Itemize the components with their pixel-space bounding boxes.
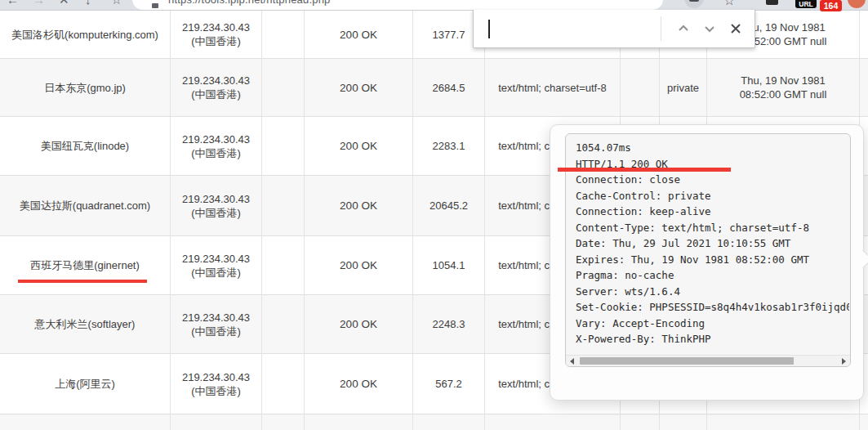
camera-glyph	[689, 0, 699, 2]
camera-icon[interactable]	[684, 0, 704, 8]
time-cell[interactable]	[413, 414, 485, 430]
address-bar[interactable]: https://tools.ipip.net/httphead.php	[132, 0, 663, 10]
header-line: Vary: Accept-Encoding	[576, 316, 849, 332]
gap-cell	[621, 414, 660, 430]
gap-cell	[621, 59, 660, 116]
ip-value: 219.234.30.43 (中国香港)	[174, 192, 259, 220]
lock-icon	[152, 3, 158, 8]
status-cell	[305, 414, 413, 430]
extension-icon[interactable]	[766, 0, 778, 5]
ip-value: 219.234.30.43 (中国香港)	[174, 311, 259, 338]
horizontal-scrollbar[interactable]	[566, 355, 850, 366]
header-line: Server: wts/1.6.4	[576, 284, 849, 300]
content-type-cell: text/html; charset=utf-8	[485, 59, 621, 116]
status-cell: 200 OK	[305, 11, 413, 58]
time-cell[interactable]: 2684.5	[413, 59, 485, 116]
text-caret	[488, 20, 490, 38]
header-line: Date: Thu, 29 Jul 2021 10:10:55 GMT	[576, 235, 849, 252]
date-value: Thu, 19 Nov 1981 08:52:00 GMT null	[733, 74, 833, 101]
latency-line: 1054.07ms	[576, 140, 849, 156]
location-cell: 日本东京(gmo.jp)	[0, 59, 171, 116]
header-line: Cache-Control: private	[576, 188, 849, 204]
status-cell: 200 OK	[305, 295, 413, 353]
status-cell: 200 OK	[305, 354, 413, 414]
status-cell: 200 OK	[305, 59, 413, 116]
edge-cell	[860, 11, 868, 58]
ip-cell: 219.234.30.43 (中国香港)	[171, 11, 262, 58]
bookmark-icon[interactable]: ☆	[111, 0, 122, 7]
ip-cell: 219.234.30.43 (中国香港)	[171, 117, 262, 175]
header-line: Connection: keep-alive	[576, 204, 849, 220]
avatar[interactable]	[848, 0, 866, 8]
ip-value: 219.234.30.43 (中国香港)	[174, 370, 259, 398]
ip-cell: 219.234.30.43 (中国香港)	[171, 354, 262, 414]
header-line: Pragma: no-cache	[576, 267, 849, 284]
time-cell[interactable]: 1054.1	[413, 236, 485, 294]
header-line: X-Powered-By: ThinkPHP	[576, 331, 849, 347]
content-type-cell: text/html; charset=utf-8	[485, 414, 621, 430]
location-cell: 美国达拉斯(quadranet.com)	[0, 176, 171, 235]
star-icon[interactable]: ☆	[723, 0, 735, 8]
find-bar	[473, 10, 755, 48]
status-cell: 200 OK	[305, 236, 413, 294]
time-cell[interactable]: 2248.3	[413, 295, 485, 353]
url-extension-icon[interactable]: URL	[795, 0, 817, 8]
edge-cell	[860, 59, 868, 116]
ip-value: 219.234.30.43 (中国香港)	[174, 132, 259, 160]
gap-cell	[262, 11, 305, 58]
popup-caret	[854, 250, 868, 269]
scrollbar-thumb[interactable]	[580, 357, 794, 365]
location-cell: 美国纽瓦克(linode)	[0, 117, 171, 175]
cache-cell: private	[660, 59, 707, 116]
find-input[interactable]	[487, 16, 653, 41]
time-cell[interactable]: 2283.1	[413, 117, 485, 175]
location-cell: 上海(阿里云)	[0, 354, 171, 414]
location-cell: 意大利米兰(softlayer)	[0, 295, 171, 353]
find-previous-button[interactable]	[674, 20, 692, 38]
date-cell: Thu, 19 Nov 1981 08:52:00 GMT null	[707, 59, 860, 116]
gap-cell	[262, 117, 305, 175]
ip-value: 219.234.30.43 (中国香港)	[174, 74, 259, 101]
ip-cell: 219.234.30.43 (中国香港)	[171, 236, 262, 294]
header-line: Content-Type: text/html; charset=utf-8	[576, 220, 849, 236]
ip-cell: 219.234.30.43 (中国香港)	[171, 176, 262, 235]
time-cell[interactable]: 20645.2	[413, 176, 485, 235]
red-underline-annotation	[18, 280, 147, 283]
ip-value: 219.234.30.43 (中国香港)	[174, 20, 259, 48]
header-line: Expires: Thu, 19 Nov 1981 08:52:00 GMT	[576, 252, 849, 268]
edge-cell	[860, 414, 868, 430]
stop-icon[interactable]: ✕	[59, 0, 69, 7]
table-row[interactable]: 219.234.30.43 (中国香港) text/html; charset=…	[0, 414, 868, 430]
location-cell: 美国洛杉矶(komputerking.com)	[0, 11, 171, 58]
divider	[661, 16, 661, 41]
status-cell: 200 OK	[305, 117, 413, 175]
table-row[interactable]: 日本东京(gmo.jp) 219.234.30.43 (中国香港) 200 OK…	[0, 59, 868, 117]
content-type-value: text/html; charset=utf-8	[491, 81, 615, 95]
status-cell: 200 OK	[305, 176, 413, 235]
gap-cell	[262, 295, 305, 353]
url-text: https://tools.ipip.net/httphead.php	[168, 0, 331, 6]
ip-cell: 219.234.30.43 (中国香港)	[171, 414, 262, 430]
gap-cell	[262, 414, 305, 430]
response-headers-popup: 1054.07ms HTTP/1.1 200 OK Connection: cl…	[550, 124, 864, 401]
back-icon[interactable]: ←	[7, 0, 19, 7]
forward-icon[interactable]: →	[33, 0, 45, 7]
header-line: Connection: close	[576, 172, 849, 188]
extension-badge: 164	[820, 0, 842, 11]
time-cell[interactable]: 567.2	[413, 354, 485, 414]
download-icon[interactable]: ↓	[85, 0, 91, 7]
find-next-button[interactable]	[701, 20, 719, 38]
scroll-left-icon[interactable]	[570, 358, 574, 365]
ip-value: 219.234.30.43 (中国香港)	[174, 252, 259, 280]
close-icon[interactable]	[727, 20, 745, 38]
gap-cell	[262, 236, 305, 294]
date-cell: Thu, 19 Nov 1981 08:52:00 GMT null	[707, 414, 860, 430]
red-underline-annotation	[558, 168, 731, 172]
ip-cell: 219.234.30.43 (中国香港)	[171, 295, 262, 353]
gap-cell	[262, 59, 305, 116]
ip-cell: 219.234.30.43 (中国香港)	[171, 59, 262, 116]
scroll-right-icon[interactable]	[842, 358, 846, 365]
location-cell	[0, 414, 171, 430]
header-line: Set-Cookie: PHPSESSID=s8q4h4v1kosab1r3f0…	[576, 299, 849, 316]
gap-cell	[262, 354, 305, 414]
